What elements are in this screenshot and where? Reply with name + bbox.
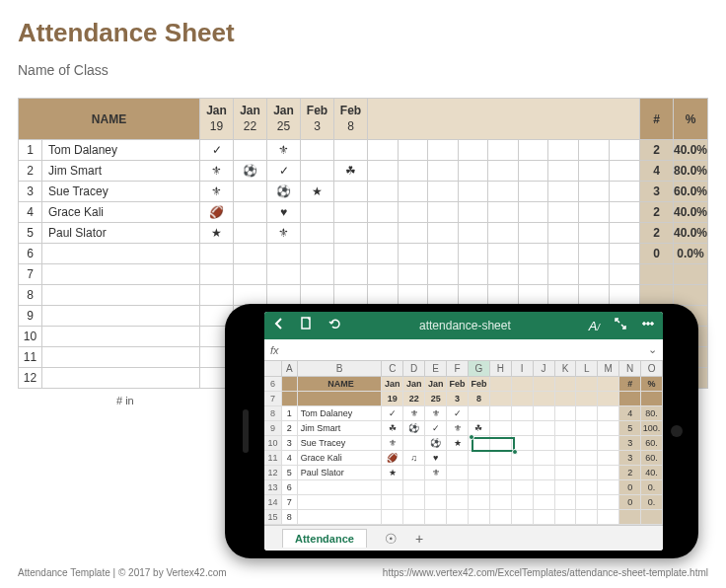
- mark-cell: ☘: [334, 161, 368, 182]
- mark-cell: ★: [301, 182, 334, 202]
- row-index: 5: [19, 223, 42, 244]
- footer-left: Attendance Template | © 2017 by Vertex42…: [18, 567, 227, 578]
- name-cell: [42, 368, 200, 389]
- svg-point-1: [643, 323, 646, 326]
- count-cell: 0: [639, 244, 673, 264]
- pct-cell: 40.0%: [673, 223, 707, 244]
- mark-cell: ⚽: [267, 182, 301, 202]
- page-title: Attendance Sheet: [18, 18, 708, 48]
- mark-cell: ✓: [267, 161, 301, 182]
- col-date-0: Jan19: [200, 99, 234, 140]
- name-cell: Grace Kali: [42, 202, 200, 223]
- mark-cell: [200, 244, 234, 264]
- name-cell: Sue Tracey: [42, 182, 200, 202]
- menu-icon[interactable]: [641, 317, 655, 334]
- mark-cell: [301, 140, 334, 161]
- mark-cell: [234, 223, 267, 244]
- mark-cell: [301, 161, 334, 182]
- row-index: 8: [19, 285, 42, 306]
- col-name: NAME: [19, 99, 200, 140]
- mark-cell: [301, 285, 334, 306]
- mark-cell: [234, 285, 267, 306]
- name-cell: Jim Smart: [42, 161, 200, 182]
- formula-bar[interactable]: fx ⌄: [264, 339, 663, 361]
- count-cell: 3: [639, 182, 673, 202]
- mark-cell: ✓: [200, 140, 234, 161]
- col-date-1: Jan22: [234, 99, 267, 140]
- count-cell: 4: [639, 161, 673, 182]
- mark-cell: [334, 264, 368, 285]
- mark-cell: [234, 264, 267, 285]
- name-cell: Tom Dalaney: [42, 140, 200, 161]
- row-index: 9: [19, 306, 42, 327]
- pct-cell: 40.0%: [673, 140, 707, 161]
- mark-cell: [301, 223, 334, 244]
- row-index: 4: [19, 202, 42, 223]
- pct-cell: [673, 264, 707, 285]
- mark-cell: ⚜: [200, 161, 234, 182]
- fx-label: fx: [270, 344, 279, 356]
- name-cell: [42, 327, 200, 347]
- count-cell: 2: [639, 223, 673, 244]
- mark-cell: [301, 264, 334, 285]
- mark-cell: [334, 244, 368, 264]
- svg-point-2: [647, 323, 650, 326]
- mark-cell: [234, 244, 267, 264]
- sheet-tab[interactable]: Attendance: [282, 529, 367, 548]
- count-cell: 2: [639, 202, 673, 223]
- mark-cell: [334, 182, 368, 202]
- count-cell: [639, 264, 673, 285]
- filename-label: attendance-sheet: [355, 319, 575, 332]
- mark-cell: ⚜: [267, 140, 301, 161]
- font-icon[interactable]: A/: [589, 319, 600, 333]
- expand-icon[interactable]: [614, 317, 627, 334]
- col-date-3: Feb3: [301, 99, 334, 140]
- mark-cell: [267, 264, 301, 285]
- spreadsheet-grid[interactable]: 6NAMEJanJanJanFebFeb#%71922253881Tom Dal…: [264, 377, 663, 525]
- pct-cell: 80.0%: [673, 161, 707, 182]
- chevron-down-icon[interactable]: ⌄: [648, 343, 657, 356]
- mark-cell: [301, 202, 334, 223]
- name-cell: Paul Slator: [42, 223, 200, 244]
- name-cell: [42, 264, 200, 285]
- mark-cell: [200, 264, 234, 285]
- sheet-options-icon[interactable]: ☉: [385, 531, 398, 547]
- pct-cell: [673, 285, 707, 306]
- add-sheet-icon[interactable]: +: [415, 531, 423, 547]
- app-toolbar: attendance-sheet A/: [264, 312, 663, 339]
- column-headers: ABCDEFGHIJKLMNO: [264, 361, 663, 377]
- name-cell: [42, 306, 200, 327]
- mark-cell: [267, 244, 301, 264]
- pct-cell: 40.0%: [673, 202, 707, 223]
- count-cell: [639, 285, 673, 306]
- mark-cell: [267, 285, 301, 306]
- mark-cell: [234, 202, 267, 223]
- mark-cell: [234, 182, 267, 202]
- row-index: 12: [19, 368, 42, 389]
- tab-bar: Attendance ☉ +: [264, 525, 663, 551]
- mark-cell: [334, 140, 368, 161]
- row-index: 2: [19, 161, 42, 182]
- mark-cell: [334, 202, 368, 223]
- mark-cell: ★: [200, 223, 234, 244]
- mark-cell: ⚜: [267, 223, 301, 244]
- col-date-4: Feb8: [334, 99, 368, 140]
- mark-cell: [334, 223, 368, 244]
- mark-cell: [234, 140, 267, 161]
- pct-cell: 60.0%: [673, 182, 707, 202]
- count-cell: 2: [639, 140, 673, 161]
- col-date-2: Jan25: [267, 99, 301, 140]
- col-count: #: [639, 99, 673, 140]
- phone-mockup: attendance-sheet A/ fx ⌄ ABCDEFGHIJKLMNO…: [225, 304, 698, 558]
- undo-icon[interactable]: [327, 317, 341, 334]
- mark-cell: ⚜: [200, 182, 234, 202]
- mark-cell: ⚽: [234, 161, 267, 182]
- row-index: 1: [19, 140, 42, 161]
- back-icon[interactable]: [272, 317, 286, 334]
- file-icon[interactable]: [300, 317, 314, 334]
- name-cell: [42, 285, 200, 306]
- mark-cell: [301, 244, 334, 264]
- row-index: 10: [19, 327, 42, 347]
- col-percent: %: [673, 99, 707, 140]
- subtitle: Name of Class: [18, 62, 708, 78]
